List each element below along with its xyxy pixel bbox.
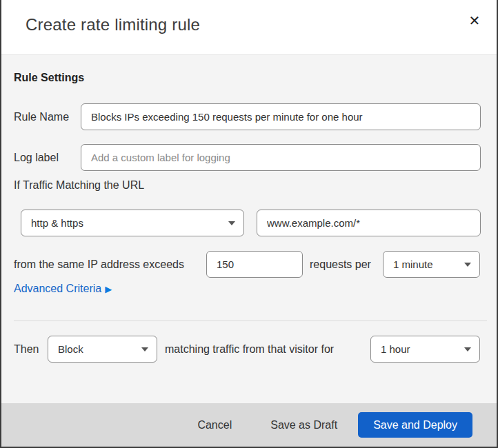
url-pattern-input[interactable] [257,210,481,236]
scheme-select[interactable]: http & https [21,210,244,236]
dialog-title: Create rate limiting rule [26,15,200,34]
threshold-prefix-label: from the same IP address exceeds [14,251,184,278]
request-count-input[interactable] [206,251,303,278]
requests-per-label: requests per [310,251,371,278]
close-icon[interactable]: ✕ [462,8,487,33]
create-rate-limiting-rule-dialog: Create rate limiting rule ✕ Rule Setting… [0,0,498,448]
advanced-criteria-label: Advanced Criteria [14,283,101,295]
chevron-down-icon [141,347,148,352]
cancel-button[interactable]: Cancel [197,419,232,431]
log-label-label: Log label [14,144,59,171]
save-as-draft-button[interactable]: Save as Draft [270,419,337,431]
period-select[interactable]: 1 minute [383,251,480,278]
then-label: Then [14,336,39,363]
expand-right-arrow-icon: ▶ [105,285,112,294]
traffic-match-intro: If Traffic Matching the URL [14,179,144,192]
rule-settings-heading: Rule Settings [14,72,84,84]
rule-name-label: Rule Name [14,103,69,130]
log-label-input[interactable] [81,144,481,171]
chevron-down-icon [464,347,471,352]
action-select-value: Block [58,343,83,355]
duration-select[interactable]: 1 hour [370,336,480,363]
then-middle-label: matching traffic from that visitor for [165,336,334,363]
period-select-value: 1 minute [393,258,433,270]
dialog-header: Create rate limiting rule ✕ [1,0,497,55]
duration-select-value: 1 hour [381,343,410,355]
chevron-down-icon [464,263,471,267]
advanced-criteria-link[interactable]: Advanced Criteria ▶ [14,283,112,295]
scheme-select-value: http & https [31,217,83,229]
chevron-down-icon [228,221,235,225]
save-and-deploy-button[interactable]: Save and Deploy [358,412,472,438]
dialog-footer: Cancel Save as Draft Save and Deploy [1,403,497,447]
action-select[interactable]: Block [48,336,157,363]
section-divider [14,320,487,321]
rule-name-input[interactable] [81,103,481,130]
